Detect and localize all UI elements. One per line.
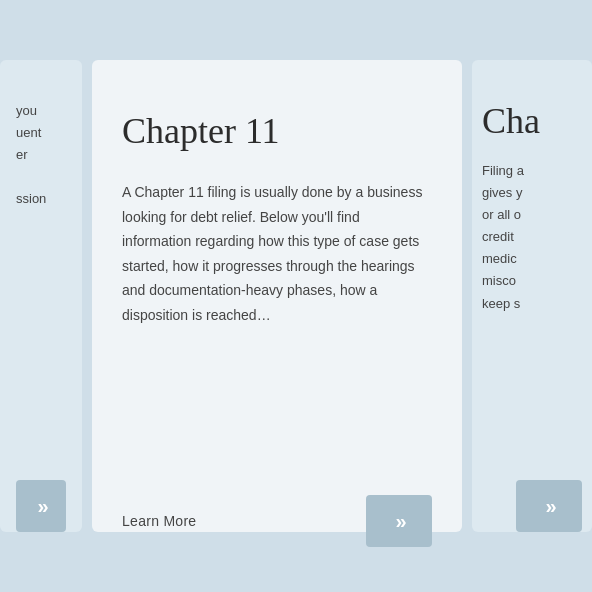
right-line-3: or all o — [482, 204, 582, 226]
card-left-text: you uent er ssion — [16, 100, 66, 210]
left-line-4 — [16, 166, 66, 188]
card-right-text: Filing a gives y or all o credit medic m… — [482, 160, 582, 315]
right-line-7: keep s — [482, 293, 582, 315]
card-center-content: Chapter 11 A Chapter 11 filing is usuall… — [122, 110, 432, 327]
right-chevron-button[interactable]: » — [516, 480, 582, 532]
right-line-6: misco — [482, 270, 582, 292]
card-right-content: Cha Filing a gives y or all o credit med… — [482, 100, 582, 315]
card-left-partial: you uent er ssion » — [0, 60, 82, 532]
card-right-partial: Cha Filing a gives y or all o credit med… — [472, 60, 592, 532]
card-left-footer: » — [16, 480, 66, 532]
left-line-5: ssion — [16, 188, 66, 210]
center-chevron-icon: » — [395, 510, 402, 533]
cards-container: you uent er ssion » Chapter 11 A Chapter… — [0, 0, 592, 592]
right-line-2: gives y — [482, 182, 582, 204]
left-line-3: er — [16, 144, 66, 166]
center-chevron-button[interactable]: » — [366, 495, 432, 547]
card-center-main: Chapter 11 A Chapter 11 filing is usuall… — [92, 60, 462, 532]
card-center-footer: Learn More » — [122, 480, 432, 532]
left-line-2: uent — [16, 122, 66, 144]
card-center-body: A Chapter 11 filing is usually done by a… — [122, 180, 432, 327]
left-line-1: you — [16, 100, 66, 122]
card-center-title: Chapter 11 — [122, 110, 432, 152]
left-chevron-button[interactable]: » — [16, 480, 66, 532]
page-wrapper: you uent er ssion » Chapter 11 A Chapter… — [0, 0, 592, 592]
learn-more-button[interactable]: Learn More — [122, 513, 196, 529]
right-chevron-icon: » — [545, 495, 552, 518]
card-right-title: Cha — [482, 100, 582, 142]
right-line-1: Filing a — [482, 160, 582, 182]
left-chevron-icon: » — [37, 495, 44, 518]
card-right-footer: » — [482, 480, 582, 532]
right-line-4: credit — [482, 226, 582, 248]
right-line-5: medic — [482, 248, 582, 270]
